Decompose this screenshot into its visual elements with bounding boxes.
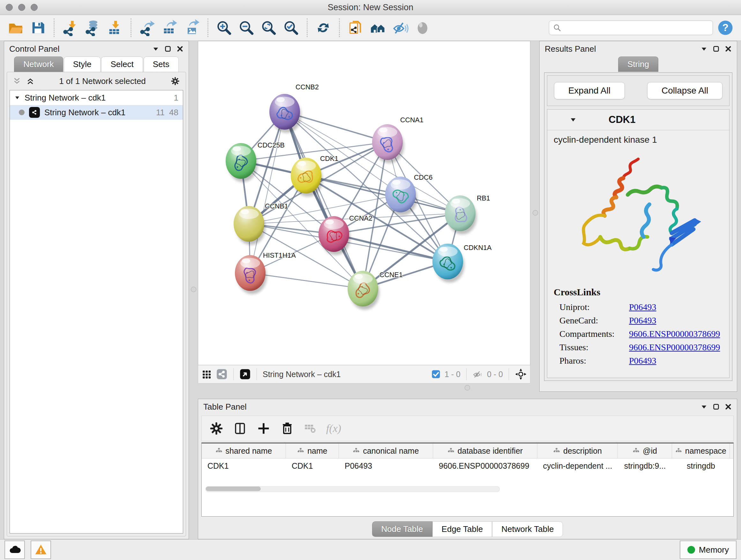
crosslink-link[interactable]: 9606.ENSP00000378699 xyxy=(629,342,720,353)
close-panel-icon[interactable] xyxy=(177,45,184,52)
import-database-button[interactable] xyxy=(83,18,103,38)
column-header--id[interactable]: @id xyxy=(618,443,672,458)
close-panel-icon[interactable] xyxy=(725,403,732,410)
table-cell[interactable]: 9606.ENSP00000378699 xyxy=(433,458,537,473)
crosslink-link[interactable]: P06493 xyxy=(629,356,657,366)
table-cell[interactable]: stringdb xyxy=(672,458,730,473)
save-session-button[interactable] xyxy=(28,18,48,38)
memory-button[interactable]: Memory xyxy=(680,541,737,559)
collapse-all-button[interactable]: Collapse All xyxy=(647,82,723,99)
maximize-window-button[interactable] xyxy=(30,4,38,11)
hide-panel-button[interactable] xyxy=(390,18,410,38)
warnings-button[interactable] xyxy=(30,541,51,559)
export-image-button[interactable] xyxy=(182,18,202,38)
cloud-status-button[interactable] xyxy=(4,541,25,559)
help-button[interactable]: ? xyxy=(716,18,735,38)
table-options-gear-icon[interactable] xyxy=(209,422,223,435)
tab-sets[interactable]: Sets xyxy=(144,57,179,72)
column-header-database-identifier[interactable]: database identifier xyxy=(433,443,537,458)
delete-column-icon[interactable] xyxy=(280,422,294,435)
network-node-CDC25B[interactable] xyxy=(226,143,256,179)
splitter-handle[interactable] xyxy=(191,287,196,292)
column-header-namespace[interactable]: namespace xyxy=(672,443,730,458)
network-view-canvas[interactable]: CCNB2CCNA1CDC25BCDK1CDC6RB1CCNB1CCNA2CDK… xyxy=(198,41,530,365)
table-horizontal-scrollbar[interactable] xyxy=(205,486,500,492)
float-panel-icon[interactable] xyxy=(713,45,720,52)
network-node-CCNE1[interactable] xyxy=(347,271,378,307)
search-box[interactable] xyxy=(549,20,713,35)
tab-edge-table[interactable]: Edge Table xyxy=(432,521,492,537)
expand-all-button[interactable]: Expand All xyxy=(554,82,625,99)
pan-navigation-icon[interactable] xyxy=(515,368,527,380)
table-cell[interactable]: stringdb:9... xyxy=(618,458,672,473)
tab-string[interactable]: String xyxy=(618,57,658,72)
add-column-icon[interactable] xyxy=(257,422,271,435)
left-splitter[interactable] xyxy=(189,41,198,539)
copy-network-button[interactable] xyxy=(346,18,365,38)
crosslink-link[interactable]: P06493 xyxy=(629,315,657,326)
close-window-button[interactable] xyxy=(6,4,13,11)
gene-card-header[interactable]: CDK1 xyxy=(547,110,729,130)
column-header-shared-name[interactable]: shared name xyxy=(202,443,286,458)
zoom-in-button[interactable] xyxy=(214,18,234,38)
table-cell[interactable]: P06493 xyxy=(339,458,433,473)
open-session-button[interactable] xyxy=(6,18,25,38)
table-cell[interactable]: CDK1 xyxy=(286,458,339,473)
selected-checkbox-icon[interactable] xyxy=(431,369,441,379)
export-network-button[interactable] xyxy=(137,18,157,38)
tab-select[interactable]: Select xyxy=(101,57,143,72)
network-node-RB1[interactable] xyxy=(445,195,475,231)
network-node-CDK1[interactable] xyxy=(291,158,321,193)
crosslink-link[interactable]: P06493 xyxy=(629,302,657,312)
network-collection-row[interactable]: String Network – cdk1 1 xyxy=(10,90,183,105)
collection-expand-icon[interactable] xyxy=(14,95,20,101)
network-options-gear-icon[interactable] xyxy=(171,76,180,86)
zoom-fit-button[interactable] xyxy=(259,18,279,38)
import-network-button[interactable] xyxy=(60,18,80,38)
minimize-window-button[interactable] xyxy=(18,4,25,11)
network-node-CCNA2[interactable] xyxy=(319,216,349,252)
right-splitter[interactable] xyxy=(530,41,539,392)
collapse-all-networks-icon[interactable] xyxy=(13,77,21,85)
gene-collapse-icon[interactable] xyxy=(569,116,577,123)
tab-style[interactable]: Style xyxy=(64,57,101,72)
crosslink-link[interactable]: 9606.ENSP00000378699 xyxy=(629,329,720,339)
table-cell[interactable]: cyclin-dependent ... xyxy=(537,458,618,473)
show-columns-icon[interactable] xyxy=(233,422,247,435)
network-node-CCNB2[interactable] xyxy=(269,94,300,130)
show-panel-button[interactable] xyxy=(413,18,432,38)
import-table-button[interactable] xyxy=(105,18,125,38)
zoom-selected-button[interactable] xyxy=(281,18,301,38)
zoom-out-button[interactable] xyxy=(237,18,256,38)
tab-node-table[interactable]: Node Table xyxy=(372,521,432,537)
window-controls[interactable] xyxy=(6,4,38,11)
refresh-button[interactable] xyxy=(313,18,333,38)
birdseye-view-icon[interactable] xyxy=(239,368,251,380)
network-row-selected[interactable]: String Network – cdk1 11 48 xyxy=(10,105,183,120)
network-node-HIST1H1A[interactable] xyxy=(235,255,266,291)
horizontal-splitter[interactable] xyxy=(198,383,530,392)
table-cell[interactable]: CDK1 xyxy=(202,458,286,473)
view-grid-icon[interactable] xyxy=(201,369,212,380)
tab-network[interactable]: Network xyxy=(14,57,63,72)
collapse-panel-icon[interactable] xyxy=(700,403,708,410)
close-panel-icon[interactable] xyxy=(725,45,732,52)
scrollbar-thumb[interactable] xyxy=(206,487,261,491)
column-header-description[interactable]: description xyxy=(537,443,618,458)
float-panel-icon[interactable] xyxy=(713,403,720,410)
network-node-CCNB1[interactable] xyxy=(233,206,264,242)
home-button[interactable] xyxy=(368,18,388,38)
column-header-canonical-name[interactable]: canonical name xyxy=(339,443,433,458)
network-node-CDKN1A[interactable] xyxy=(432,244,463,279)
splitter-handle[interactable] xyxy=(533,210,538,215)
splitter-handle[interactable] xyxy=(465,385,470,390)
share-view-icon[interactable] xyxy=(216,368,227,380)
tab-network-table[interactable]: Network Table xyxy=(492,521,563,537)
collapse-panel-icon[interactable] xyxy=(700,45,708,52)
expand-all-networks-icon[interactable] xyxy=(26,77,35,85)
network-node-CCNA1[interactable] xyxy=(372,124,403,160)
network-node-CDC6[interactable] xyxy=(385,177,416,212)
table-row[interactable]: CDK1CDK1P064939606.ENSP00000378699cyclin… xyxy=(202,458,733,473)
collapse-panel-icon[interactable] xyxy=(152,45,159,52)
column-header-name[interactable]: name xyxy=(286,443,339,458)
